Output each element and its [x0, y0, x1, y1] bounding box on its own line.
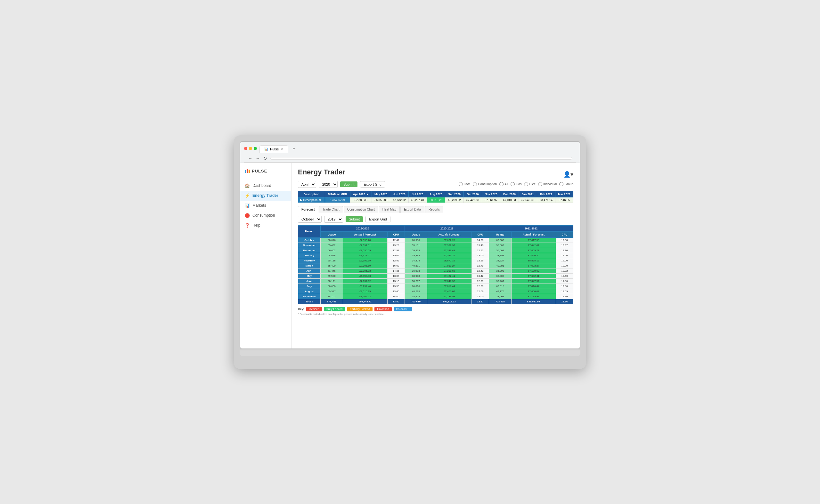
actual3-cell: £99,087.99 [511, 299, 556, 304]
actual3-cell: £7,347.92 [511, 278, 556, 284]
period-cell: August [298, 289, 321, 294]
cell-dec: £7,040.63 [500, 197, 518, 203]
new-tab-button[interactable]: + [290, 144, 299, 153]
sidebar-item-dashboard[interactable]: 🏠 Dashboard [240, 181, 291, 191]
actual1-cell: £7,391.51 [343, 243, 387, 248]
year-select[interactable]: 2020 [319, 181, 338, 188]
individual-label: Individual [543, 182, 557, 186]
actual3-cell: £7,459.71 [511, 248, 556, 253]
address-bar[interactable] [270, 157, 572, 160]
export-grid-button[interactable]: Export Grid [360, 181, 385, 188]
elec-radio-input[interactable] [524, 182, 528, 186]
tab-consumption-chart[interactable]: Consumption Chart [344, 206, 378, 213]
usage2-cell: 703,610 [405, 299, 427, 304]
tab-title: Pulse [270, 147, 279, 151]
cpu2-cell: 13.42 [471, 273, 489, 278]
tab-favicon: 📊 [264, 147, 268, 151]
actual1-cell: £8,015.29 [343, 289, 387, 294]
main-content: Energy Trader 👤▾ April 2020 Submit Expor… [292, 163, 580, 348]
all-label: All [504, 182, 508, 186]
gas-radio-input[interactable] [510, 182, 515, 186]
cell-description[interactable]: ▶ Description99 [298, 197, 325, 203]
minimize-dot[interactable] [249, 147, 252, 150]
usage1-cell: 68,018 [321, 253, 343, 258]
cpu2-cell: 14.00 [471, 237, 489, 243]
cell-aug: £8,015.29 [427, 197, 445, 203]
cpu2-cell: 12.09 [471, 289, 489, 294]
page-title: Energy Trader [298, 168, 345, 176]
month-select[interactable]: April [298, 181, 316, 188]
cpu2-cell: 12.42 [471, 268, 489, 273]
cost-radio[interactable]: Cost [459, 182, 470, 186]
usage1-cell: 38,121 [321, 278, 343, 284]
usage1-cell: 56,402 [321, 248, 343, 253]
sidebar-item-consumption[interactable]: 🔴 Consumption [240, 211, 291, 220]
gas-radio[interactable]: Gas [510, 182, 521, 186]
laptop-base [240, 350, 580, 356]
actual3-cell: £7,446.25 [511, 253, 556, 258]
actual2-cell: £7,546.25 [427, 253, 471, 258]
sidebar-label-markets: Markets [253, 203, 266, 208]
col-description: Description [298, 191, 325, 197]
cell-nov: £7,361.97 [482, 197, 500, 203]
sidebar-item-markets[interactable]: 📊 Markets [240, 201, 291, 211]
all-radio-input[interactable] [499, 182, 503, 186]
laptop-frame: 📊 Pulse ✕ + ← → ↻ [234, 135, 586, 369]
usage1-cell: 38,162 [321, 294, 343, 299]
usage-header-2: Usage [405, 231, 427, 237]
cpu3-cell: 12.09 [556, 289, 573, 294]
cpu1-cell: 14.36 [387, 268, 405, 273]
elec-radio[interactable]: Elec [524, 182, 535, 186]
actual-header-2: Actual / Forecast [427, 231, 471, 237]
actual1-cell: £93,742.72 [343, 299, 387, 304]
logo-bar-1 [245, 170, 246, 173]
tab-forecast[interactable]: Forecast [298, 206, 318, 213]
consumption-radio[interactable]: Consumption [473, 182, 497, 186]
tab-export-data[interactable]: Export Data [400, 206, 424, 213]
usage2-cell: 40,381 [405, 263, 427, 268]
actual1-cell: £7,196.69 [343, 258, 387, 263]
cpu3-cell: 12.00 [556, 258, 573, 263]
main-data-table: Description MPAN or MPR Apr 2020 ▲ May 2… [298, 191, 573, 203]
sidebar-item-help[interactable]: ❓ Help [240, 220, 291, 230]
tab-reports[interactable]: Reports [425, 206, 443, 213]
actual1-cell: £9,237.40 [343, 284, 387, 289]
usage3-cell: 703,518 [489, 299, 511, 304]
individual-radio-input[interactable] [538, 182, 542, 186]
forecast-submit-button[interactable]: Submit [346, 216, 363, 222]
cost-radio-input[interactable] [459, 182, 463, 186]
cpu2-cell: 12.72 [471, 248, 489, 253]
sidebar-item-energy-trader[interactable]: ⚡ Energy Trader [240, 191, 291, 201]
all-radio[interactable]: All [499, 182, 508, 186]
tab-trade-chart[interactable]: Trade Chart [319, 206, 343, 213]
cell-apr: £7,385.33 [350, 197, 372, 203]
usage2-cell: 48,275 [405, 289, 427, 294]
submit-button[interactable]: Submit [340, 181, 358, 187]
elec-label: Elec [529, 182, 535, 186]
refresh-button[interactable]: ↻ [263, 156, 267, 161]
user-avatar-icon[interactable]: 👤▾ [563, 171, 573, 178]
forecast-month-select[interactable]: October [298, 216, 322, 223]
maximize-dot[interactable] [254, 147, 257, 150]
back-button[interactable]: ← [248, 156, 253, 161]
group-radio[interactable]: Group [559, 182, 573, 186]
tab-heat-map[interactable]: Heat Map [379, 206, 400, 213]
consumption-radio-input[interactable] [473, 182, 477, 186]
period-cell: March [298, 263, 321, 268]
forecast-export-button[interactable]: Export Grid [366, 216, 390, 222]
actual2-cell: £7,622.28 [427, 237, 471, 243]
forecast-year-select[interactable]: 2019 [324, 216, 343, 223]
actual1-cell: £7,395.33 [343, 268, 387, 273]
group-radio-input[interactable] [559, 182, 563, 186]
close-dot[interactable] [244, 147, 247, 150]
actual3-cell: £7,190.69 [511, 268, 556, 273]
cpu3-cell: 12.98 [556, 237, 573, 243]
tab-close-icon[interactable]: ✕ [281, 147, 284, 151]
individual-radio[interactable]: Individual [538, 182, 557, 186]
cell-mpan: 123456799 [325, 197, 350, 203]
cell-oct: £7,422.88 [463, 197, 482, 203]
logo-bar-2 [247, 169, 248, 173]
period-header: Period [298, 225, 321, 237]
forward-button[interactable]: → [256, 156, 260, 161]
browser-tab-active[interactable]: 📊 Pulse ✕ [260, 145, 288, 153]
